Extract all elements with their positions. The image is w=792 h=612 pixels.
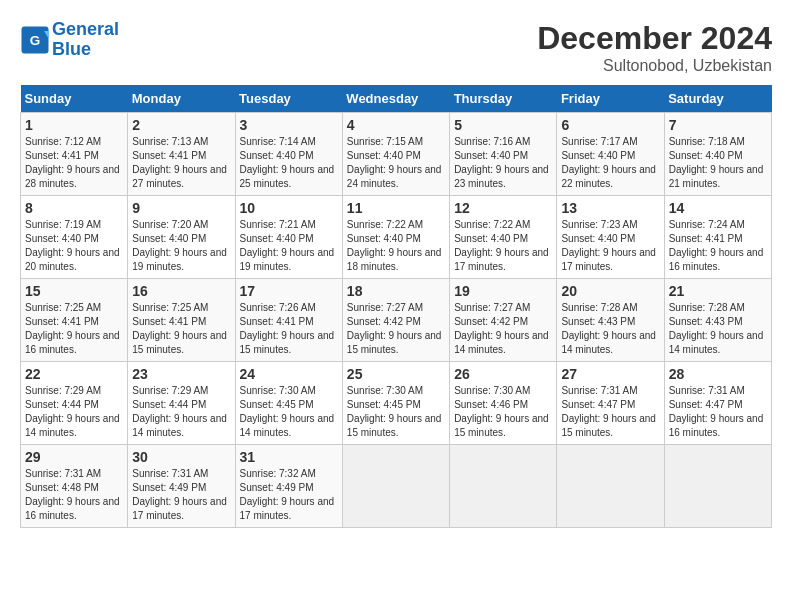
day-info: Sunrise: 7:24 AMSunset: 4:41 PMDaylight:… bbox=[669, 219, 764, 272]
calendar-cell: 4 Sunrise: 7:15 AMSunset: 4:40 PMDayligh… bbox=[342, 113, 449, 196]
calendar-cell: 24 Sunrise: 7:30 AMSunset: 4:45 PMDaylig… bbox=[235, 362, 342, 445]
day-info: Sunrise: 7:30 AMSunset: 4:46 PMDaylight:… bbox=[454, 385, 549, 438]
day-number: 30 bbox=[132, 449, 230, 465]
day-number: 18 bbox=[347, 283, 445, 299]
day-info: Sunrise: 7:27 AMSunset: 4:42 PMDaylight:… bbox=[454, 302, 549, 355]
day-number: 8 bbox=[25, 200, 123, 216]
calendar-cell: 19 Sunrise: 7:27 AMSunset: 4:42 PMDaylig… bbox=[450, 279, 557, 362]
day-info: Sunrise: 7:23 AMSunset: 4:40 PMDaylight:… bbox=[561, 219, 656, 272]
calendar-week-4: 22 Sunrise: 7:29 AMSunset: 4:44 PMDaylig… bbox=[21, 362, 772, 445]
day-number: 31 bbox=[240, 449, 338, 465]
header-friday: Friday bbox=[557, 85, 664, 113]
day-number: 22 bbox=[25, 366, 123, 382]
calendar-cell: 29 Sunrise: 7:31 AMSunset: 4:48 PMDaylig… bbox=[21, 445, 128, 528]
day-number: 27 bbox=[561, 366, 659, 382]
day-number: 24 bbox=[240, 366, 338, 382]
day-number: 20 bbox=[561, 283, 659, 299]
header-monday: Monday bbox=[128, 85, 235, 113]
day-number: 15 bbox=[25, 283, 123, 299]
header-thursday: Thursday bbox=[450, 85, 557, 113]
day-number: 17 bbox=[240, 283, 338, 299]
day-info: Sunrise: 7:25 AMSunset: 4:41 PMDaylight:… bbox=[132, 302, 227, 355]
day-number: 12 bbox=[454, 200, 552, 216]
logo-line2: Blue bbox=[52, 39, 91, 59]
calendar-cell: 22 Sunrise: 7:29 AMSunset: 4:44 PMDaylig… bbox=[21, 362, 128, 445]
calendar-cell: 26 Sunrise: 7:30 AMSunset: 4:46 PMDaylig… bbox=[450, 362, 557, 445]
day-info: Sunrise: 7:31 AMSunset: 4:47 PMDaylight:… bbox=[669, 385, 764, 438]
day-info: Sunrise: 7:31 AMSunset: 4:47 PMDaylight:… bbox=[561, 385, 656, 438]
calendar-cell: 16 Sunrise: 7:25 AMSunset: 4:41 PMDaylig… bbox=[128, 279, 235, 362]
calendar-cell: 21 Sunrise: 7:28 AMSunset: 4:43 PMDaylig… bbox=[664, 279, 771, 362]
calendar-cell: 7 Sunrise: 7:18 AMSunset: 4:40 PMDayligh… bbox=[664, 113, 771, 196]
day-number: 9 bbox=[132, 200, 230, 216]
logo-icon: G bbox=[20, 25, 50, 55]
day-number: 7 bbox=[669, 117, 767, 133]
header-saturday: Saturday bbox=[664, 85, 771, 113]
day-info: Sunrise: 7:29 AMSunset: 4:44 PMDaylight:… bbox=[132, 385, 227, 438]
calendar-cell: 13 Sunrise: 7:23 AMSunset: 4:40 PMDaylig… bbox=[557, 196, 664, 279]
calendar-cell: 17 Sunrise: 7:26 AMSunset: 4:41 PMDaylig… bbox=[235, 279, 342, 362]
day-number: 23 bbox=[132, 366, 230, 382]
day-info: Sunrise: 7:16 AMSunset: 4:40 PMDaylight:… bbox=[454, 136, 549, 189]
day-number: 21 bbox=[669, 283, 767, 299]
day-number: 13 bbox=[561, 200, 659, 216]
calendar-week-1: 1 Sunrise: 7:12 AMSunset: 4:41 PMDayligh… bbox=[21, 113, 772, 196]
day-number: 10 bbox=[240, 200, 338, 216]
calendar-week-5: 29 Sunrise: 7:31 AMSunset: 4:48 PMDaylig… bbox=[21, 445, 772, 528]
calendar-cell: 14 Sunrise: 7:24 AMSunset: 4:41 PMDaylig… bbox=[664, 196, 771, 279]
day-info: Sunrise: 7:30 AMSunset: 4:45 PMDaylight:… bbox=[240, 385, 335, 438]
calendar-week-3: 15 Sunrise: 7:25 AMSunset: 4:41 PMDaylig… bbox=[21, 279, 772, 362]
logo-line1: General bbox=[52, 19, 119, 39]
header-wednesday: Wednesday bbox=[342, 85, 449, 113]
calendar-cell: 25 Sunrise: 7:30 AMSunset: 4:45 PMDaylig… bbox=[342, 362, 449, 445]
day-info: Sunrise: 7:30 AMSunset: 4:45 PMDaylight:… bbox=[347, 385, 442, 438]
calendar-cell: 20 Sunrise: 7:28 AMSunset: 4:43 PMDaylig… bbox=[557, 279, 664, 362]
calendar-cell: 15 Sunrise: 7:25 AMSunset: 4:41 PMDaylig… bbox=[21, 279, 128, 362]
day-info: Sunrise: 7:15 AMSunset: 4:40 PMDaylight:… bbox=[347, 136, 442, 189]
day-number: 16 bbox=[132, 283, 230, 299]
page-title: December 2024 bbox=[537, 20, 772, 57]
day-info: Sunrise: 7:31 AMSunset: 4:48 PMDaylight:… bbox=[25, 468, 120, 521]
day-number: 11 bbox=[347, 200, 445, 216]
calendar-table: SundayMondayTuesdayWednesdayThursdayFrid… bbox=[20, 85, 772, 528]
calendar-cell: 1 Sunrise: 7:12 AMSunset: 4:41 PMDayligh… bbox=[21, 113, 128, 196]
calendar-cell: 5 Sunrise: 7:16 AMSunset: 4:40 PMDayligh… bbox=[450, 113, 557, 196]
calendar-cell: 10 Sunrise: 7:21 AMSunset: 4:40 PMDaylig… bbox=[235, 196, 342, 279]
day-info: Sunrise: 7:27 AMSunset: 4:42 PMDaylight:… bbox=[347, 302, 442, 355]
day-info: Sunrise: 7:20 AMSunset: 4:40 PMDaylight:… bbox=[132, 219, 227, 272]
day-number: 6 bbox=[561, 117, 659, 133]
day-info: Sunrise: 7:32 AMSunset: 4:49 PMDaylight:… bbox=[240, 468, 335, 521]
day-number: 4 bbox=[347, 117, 445, 133]
calendar-cell bbox=[664, 445, 771, 528]
day-info: Sunrise: 7:14 AMSunset: 4:40 PMDaylight:… bbox=[240, 136, 335, 189]
day-number: 29 bbox=[25, 449, 123, 465]
day-info: Sunrise: 7:22 AMSunset: 4:40 PMDaylight:… bbox=[454, 219, 549, 272]
logo: G General Blue bbox=[20, 20, 119, 60]
day-number: 14 bbox=[669, 200, 767, 216]
day-number: 19 bbox=[454, 283, 552, 299]
day-info: Sunrise: 7:17 AMSunset: 4:40 PMDaylight:… bbox=[561, 136, 656, 189]
svg-text:G: G bbox=[30, 32, 41, 47]
header-sunday: Sunday bbox=[21, 85, 128, 113]
calendar-cell: 8 Sunrise: 7:19 AMSunset: 4:40 PMDayligh… bbox=[21, 196, 128, 279]
calendar-cell: 28 Sunrise: 7:31 AMSunset: 4:47 PMDaylig… bbox=[664, 362, 771, 445]
calendar-cell: 12 Sunrise: 7:22 AMSunset: 4:40 PMDaylig… bbox=[450, 196, 557, 279]
day-info: Sunrise: 7:29 AMSunset: 4:44 PMDaylight:… bbox=[25, 385, 120, 438]
calendar-cell: 6 Sunrise: 7:17 AMSunset: 4:40 PMDayligh… bbox=[557, 113, 664, 196]
title-area: December 2024 Sultonobod, Uzbekistan bbox=[537, 20, 772, 75]
calendar-week-2: 8 Sunrise: 7:19 AMSunset: 4:40 PMDayligh… bbox=[21, 196, 772, 279]
day-number: 28 bbox=[669, 366, 767, 382]
day-info: Sunrise: 7:25 AMSunset: 4:41 PMDaylight:… bbox=[25, 302, 120, 355]
day-info: Sunrise: 7:28 AMSunset: 4:43 PMDaylight:… bbox=[669, 302, 764, 355]
day-number: 3 bbox=[240, 117, 338, 133]
day-info: Sunrise: 7:31 AMSunset: 4:49 PMDaylight:… bbox=[132, 468, 227, 521]
calendar-cell: 11 Sunrise: 7:22 AMSunset: 4:40 PMDaylig… bbox=[342, 196, 449, 279]
page-subtitle: Sultonobod, Uzbekistan bbox=[537, 57, 772, 75]
day-info: Sunrise: 7:18 AMSunset: 4:40 PMDaylight:… bbox=[669, 136, 764, 189]
calendar-cell: 31 Sunrise: 7:32 AMSunset: 4:49 PMDaylig… bbox=[235, 445, 342, 528]
calendar-cell: 9 Sunrise: 7:20 AMSunset: 4:40 PMDayligh… bbox=[128, 196, 235, 279]
calendar-cell: 30 Sunrise: 7:31 AMSunset: 4:49 PMDaylig… bbox=[128, 445, 235, 528]
logo-text: General Blue bbox=[52, 20, 119, 60]
day-number: 26 bbox=[454, 366, 552, 382]
day-info: Sunrise: 7:26 AMSunset: 4:41 PMDaylight:… bbox=[240, 302, 335, 355]
